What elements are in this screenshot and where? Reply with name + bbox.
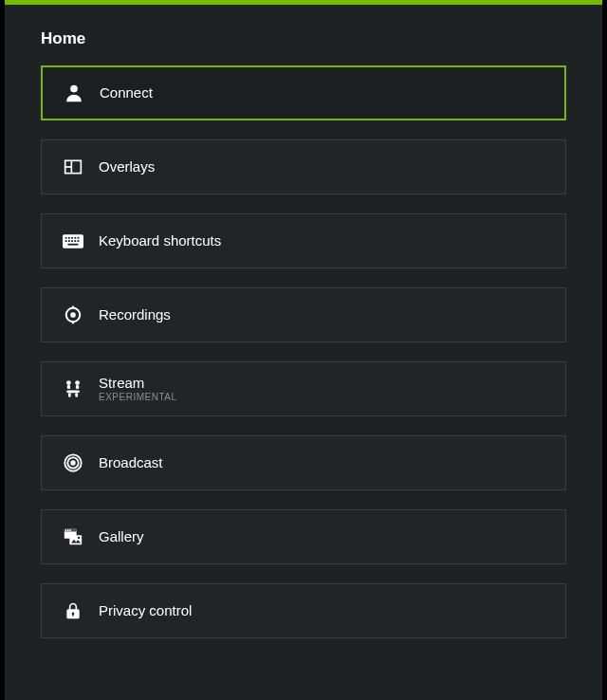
menu-item-label: Connect — [100, 84, 153, 101]
lock-icon — [63, 600, 83, 621]
menu-item-label: Broadcast — [99, 454, 163, 470]
settings-panel: Home Connect Overlays — [5, 5, 602, 700]
svg-point-0 — [70, 85, 78, 93]
menu-item-label: Gallery — [99, 528, 144, 544]
recordings-icon — [63, 304, 83, 325]
person-icon — [64, 83, 84, 103]
svg-rect-32 — [69, 535, 82, 544]
svg-point-17 — [66, 380, 71, 385]
svg-point-24 — [70, 460, 76, 466]
overlays-icon — [63, 157, 83, 177]
broadcast-icon — [63, 452, 83, 473]
menu-item-label: Keyboard shortcuts — [99, 232, 221, 249]
svg-rect-9 — [78, 236, 80, 238]
menu-item-label: Recordings — [99, 306, 171, 322]
menu-item-sublabel: EXPERIMENTAL — [99, 392, 177, 403]
page-title: Home — [41, 29, 566, 48]
svg-point-19 — [75, 380, 80, 385]
svg-rect-35 — [72, 614, 73, 617]
menu-item-keyboard-shortcuts[interactable]: Keyboard shortcuts — [41, 213, 566, 268]
menu-item-stream[interactable]: Stream EXPERIMENTAL — [41, 361, 566, 416]
svg-rect-20 — [76, 385, 79, 389]
keyboard-icon — [63, 230, 83, 251]
menu-item-gallery[interactable]: Gallery — [41, 509, 566, 564]
menu-item-connect[interactable]: Connect — [41, 65, 566, 120]
menu-item-recordings[interactable]: Recordings — [41, 287, 566, 342]
svg-rect-29 — [65, 529, 66, 531]
svg-rect-8 — [74, 236, 76, 238]
svg-rect-11 — [68, 240, 70, 242]
svg-rect-15 — [68, 243, 79, 245]
svg-rect-6 — [68, 236, 70, 238]
svg-point-33 — [78, 537, 80, 539]
svg-rect-30 — [67, 529, 68, 531]
menu-item-privacy-control[interactable]: Privacy control — [41, 583, 566, 638]
svg-point-16 — [70, 312, 76, 318]
svg-rect-18 — [67, 385, 70, 389]
stream-icon — [63, 378, 83, 399]
menu-item-broadcast[interactable]: Broadcast — [41, 435, 566, 490]
svg-rect-22 — [68, 393, 71, 397]
svg-rect-7 — [71, 236, 73, 238]
svg-rect-21 — [66, 390, 80, 393]
svg-rect-5 — [65, 236, 67, 238]
svg-rect-14 — [78, 240, 80, 242]
svg-rect-31 — [69, 529, 70, 531]
menu-item-label: Stream — [99, 375, 177, 391]
gallery-icon — [63, 526, 83, 547]
svg-rect-13 — [74, 240, 76, 242]
svg-rect-12 — [71, 240, 73, 242]
svg-rect-23 — [75, 393, 78, 397]
menu-item-label: Overlays — [99, 158, 155, 175]
svg-rect-10 — [65, 240, 67, 242]
menu-item-label: Privacy control — [99, 602, 192, 618]
menu-item-overlays[interactable]: Overlays — [41, 139, 566, 194]
